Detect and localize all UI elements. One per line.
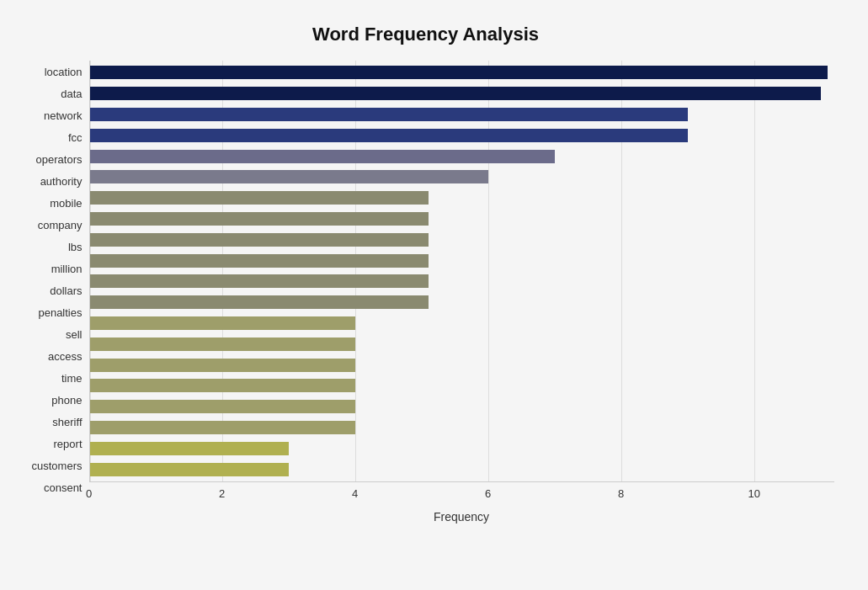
- bar: [90, 359, 356, 372]
- bar-row: [90, 167, 834, 188]
- y-label: consent: [18, 482, 83, 493]
- bar: [90, 274, 429, 288]
- bar-row: [90, 188, 834, 209]
- bar-row: [90, 333, 834, 354]
- y-label: report: [18, 439, 83, 449]
- bar-row: [90, 62, 834, 83]
- bar-row: [90, 292, 834, 313]
- y-label: mobile: [18, 198, 83, 209]
- bar-row: [90, 146, 834, 167]
- bar: [90, 233, 429, 247]
- bars-list: [90, 61, 834, 481]
- bar: [90, 108, 688, 121]
- bar: [90, 254, 429, 268]
- x-axis: 0246810: [89, 481, 834, 507]
- bar: [90, 170, 489, 183]
- bar: [90, 212, 429, 226]
- y-label: network: [18, 110, 83, 121]
- bar: [90, 87, 821, 100]
- y-label: customers: [18, 460, 83, 471]
- y-label: data: [18, 88, 83, 99]
- y-label: lbs: [18, 242, 83, 252]
- bar-row: [90, 271, 834, 292]
- bar-row: [90, 250, 834, 271]
- bar-row: [90, 104, 834, 125]
- bar-row: [90, 229, 834, 250]
- x-tick: 10: [748, 487, 759, 507]
- x-axis-label: Frequency: [89, 510, 834, 524]
- y-label: access: [18, 351, 83, 362]
- bar: [90, 66, 828, 79]
- bar: [90, 129, 688, 142]
- x-tick: 2: [219, 487, 225, 507]
- bars-area: [89, 61, 834, 481]
- y-label: phone: [18, 395, 83, 406]
- bar: [90, 463, 290, 476]
- bar: [90, 379, 356, 392]
- bar-row: [90, 125, 834, 146]
- chart-area: locationdatanetworkfccoperatorsauthority…: [18, 61, 834, 524]
- y-label: sheriff: [18, 417, 83, 428]
- y-label: penalties: [18, 307, 83, 318]
- y-label: authority: [18, 176, 83, 187]
- y-label: company: [18, 220, 83, 231]
- bar: [90, 338, 356, 351]
- x-tick: 0: [86, 487, 92, 507]
- y-labels: locationdatanetworkfccoperatorsauthority…: [18, 61, 89, 524]
- bar-row: [90, 375, 834, 396]
- bar: [90, 421, 356, 434]
- bar-row: [90, 396, 834, 417]
- bar-row: [90, 209, 834, 230]
- bar-row: [90, 417, 834, 439]
- bar: [90, 150, 556, 163]
- y-label: operators: [18, 154, 83, 165]
- y-label: fcc: [18, 132, 83, 143]
- chart-title: Word Frequency Analysis: [18, 24, 834, 45]
- x-tick: 8: [618, 487, 624, 507]
- y-label: dollars: [18, 285, 83, 296]
- bar-row: [90, 459, 834, 480]
- bar-row: [90, 83, 834, 104]
- bar: [90, 191, 429, 205]
- x-tick: 6: [485, 487, 491, 507]
- chart-container: Word Frequency Analysis locationdatanetw…: [9, 7, 860, 583]
- x-tick: 4: [352, 487, 358, 507]
- y-label: location: [18, 66, 83, 77]
- bar: [90, 400, 356, 413]
- y-label: million: [18, 263, 83, 274]
- y-label: sell: [18, 329, 83, 340]
- y-label: time: [18, 373, 83, 384]
- bar-row: [90, 313, 834, 334]
- bar: [90, 316, 356, 330]
- bars-and-xaxis: 0246810 Frequency: [89, 61, 834, 524]
- bar: [90, 295, 429, 309]
- bar-row: [90, 354, 834, 375]
- bar-row: [90, 438, 834, 459]
- bar: [90, 442, 290, 455]
